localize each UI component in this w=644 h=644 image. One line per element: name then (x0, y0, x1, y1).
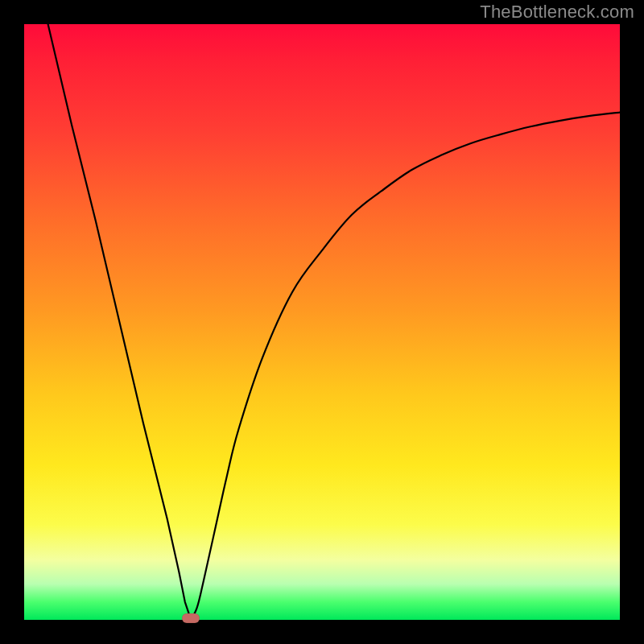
bottleneck-curve (24, 24, 620, 620)
chart-frame: TheBottleneck.com (0, 0, 644, 644)
curve-left-branch (48, 24, 192, 620)
plot-area (24, 24, 620, 620)
curve-right-branch (191, 113, 620, 620)
watermark-text: TheBottleneck.com (480, 2, 634, 23)
minimum-marker (182, 613, 200, 623)
